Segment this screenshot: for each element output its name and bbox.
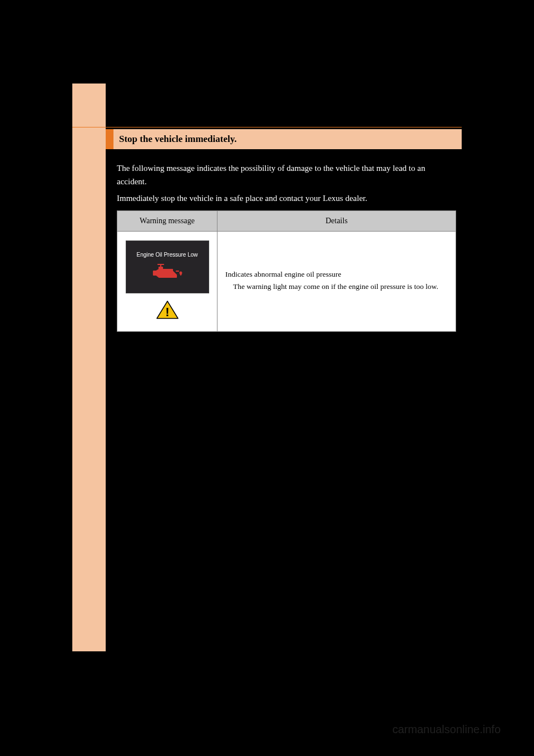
details-main-text: Indicates abnormal engine oil pressure [225, 270, 448, 279]
table-row: Engine Oil Pressure Low [117, 232, 456, 332]
caution-triangle-icon: ! [125, 300, 209, 322]
column-header-details: Details [217, 211, 456, 232]
warning-table: Warning message Details Engine Oil Press… [117, 210, 456, 332]
intro-line-1: The following message indicates the poss… [117, 161, 456, 188]
details-sub-text: The warning light may come on if the eng… [225, 281, 448, 292]
warning-message-cell: Engine Oil Pressure Low [117, 232, 217, 332]
oil-pressure-icon [150, 263, 185, 282]
details-cell: Indicates abnormal engine oil pressure T… [217, 232, 456, 332]
watermark: carmanualsonline.info [392, 723, 501, 736]
dashboard-display: Engine Oil Pressure Low [126, 240, 209, 293]
column-header-warning: Warning message [117, 211, 217, 232]
svg-text:!: ! [165, 305, 169, 319]
section-header-bar: Stop the vehicle immediately. [106, 129, 462, 149]
warning-table-element: Warning message Details Engine Oil Press… [117, 210, 456, 332]
header-accent [106, 129, 113, 149]
page-sidebar [72, 84, 106, 651]
table-header-row: Warning message Details [117, 211, 456, 232]
display-warning-text: Engine Oil Pressure Low [136, 252, 197, 258]
intro-text: The following message indicates the poss… [117, 161, 456, 208]
section-title: Stop the vehicle immediately. [113, 134, 237, 145]
section-divider [72, 127, 462, 127]
intro-line-2: Immediately stop the vehicle in a safe p… [117, 192, 456, 205]
